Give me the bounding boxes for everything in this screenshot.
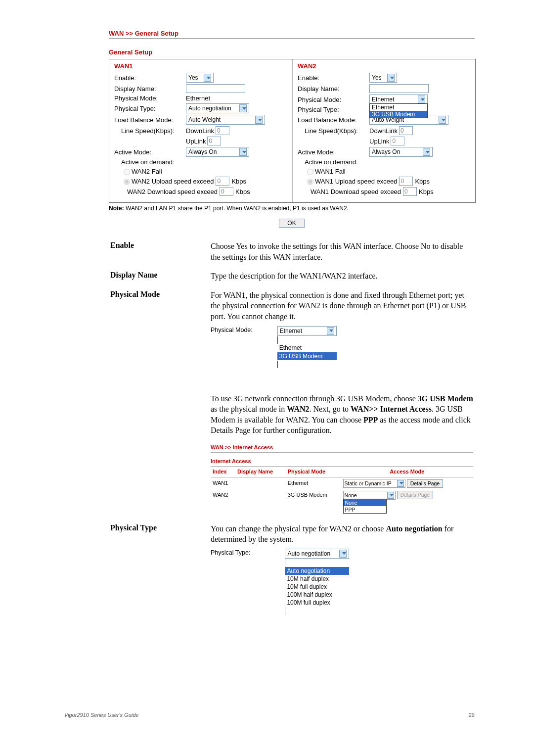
wan1-lbm-select[interactable]: Auto Weight: [186, 115, 265, 125]
wan2-wan1fail-radio[interactable]: [307, 169, 313, 175]
wan2-phys-mode-option-ethernet[interactable]: Ethernet: [370, 104, 427, 111]
wan1-phys-type-select[interactable]: Auto negotiation: [186, 103, 249, 113]
def-enable-term: Enable: [110, 240, 209, 269]
phys-type-shot-dropdown[interactable]: Auto negotiation Auto negotiation 10M ha…: [285, 549, 349, 615]
wan1-active-mode-select[interactable]: Always On: [186, 147, 249, 157]
ia-wan1-details-button[interactable]: Details Page: [407, 479, 444, 488]
chevron-down-icon: [242, 107, 246, 110]
ia-col-physical-mode: Physical Mode: [286, 466, 341, 477]
wan1-linespeed-label: Line Speed(Kbps):: [121, 127, 186, 135]
def-phys-type-term: Physical Type: [110, 523, 209, 667]
wan2-phys-mode-label: Physical Mode:: [298, 96, 369, 103]
breadcrumb: WAN >> General Setup: [109, 30, 475, 39]
wan1-display-name-label: Display Name:: [114, 85, 186, 93]
ia-col-access-mode: Access Mode: [341, 466, 473, 477]
wan1-upload-exceed-radio[interactable]: [124, 179, 130, 185]
ia-wan2-opt-ppp[interactable]: PPP: [344, 506, 386, 513]
wan1-display-name-input[interactable]: [186, 84, 245, 93]
wan2-downlink-input[interactable]: [399, 126, 413, 135]
wan1-aod-label: Active on demand:: [114, 158, 287, 166]
page-footer: Vigor2910 Series User's Guide 29: [0, 712, 534, 733]
chevron-down-icon: [426, 151, 430, 153]
note: Note: WAN2 and LAN P1 share the P1 port.…: [109, 205, 475, 212]
wan2-active-mode-select[interactable]: Always On: [369, 147, 433, 157]
chevron-down-icon: [390, 77, 394, 79]
wan2-upload-exceed-input[interactable]: [399, 177, 413, 186]
wan1-uplink-input[interactable]: [207, 137, 221, 145]
chevron-down-icon: [421, 98, 425, 101]
ia-row-wan2: WAN2 3G USB Modem None None PPP: [211, 489, 473, 501]
phys-mode-shot-dropdown[interactable]: Ethernet Ethernet 3G USB Modem: [277, 326, 337, 369]
internet-access-shot: WAN >> Internet Access Internet Access I…: [211, 444, 473, 515]
phys-type-opt-10full[interactable]: 10M full duplex: [285, 583, 349, 591]
wan1-active-mode-label: Active Mode:: [114, 148, 186, 156]
phys-type-shot-label: Physical Type:: [211, 549, 250, 557]
wan1-enable-select[interactable]: Yes: [186, 73, 214, 83]
def-phys-mode-desc: For WAN1, the physical connection is don…: [210, 289, 474, 522]
ia-wan2-opt-none[interactable]: None: [344, 499, 386, 506]
wan1-lbm-label: Load Balance Mode:: [114, 116, 186, 124]
wan2-column: WAN2 Enable: Yes Display Name: Physical …: [292, 59, 475, 202]
chevron-down-icon: [207, 77, 211, 79]
wan2-wan1fail-label: WAN1 Fail: [315, 168, 346, 175]
wan2-phys-type-label: Physical Type:: [298, 106, 369, 113]
phys-mode-shot-opt-3g[interactable]: 3G USB Modem: [277, 352, 337, 360]
wan2-linespeed-label: Line Speed(Kbps):: [305, 127, 369, 135]
wan2-uplink-label: UpLink: [369, 138, 389, 145]
wan2-uplink-input[interactable]: [391, 137, 404, 145]
ok-button[interactable]: OK: [279, 219, 304, 228]
wan2-downlink-label: DownLink: [369, 127, 398, 135]
wan2-head: WAN2: [298, 62, 470, 70]
wan2-enable-label: Enable:: [298, 74, 369, 82]
wan2-download-exceed-input[interactable]: [403, 187, 417, 196]
wan1-upload-exceed-input[interactable]: [216, 177, 229, 186]
wan2-display-name-input[interactable]: [369, 84, 429, 93]
section-title: General Setup: [109, 48, 475, 56]
wan1-downlink-label: DownLink: [186, 127, 214, 135]
footer-page-number: 29: [469, 712, 475, 718]
wan1-wan2fail-label: WAN2 Fail: [132, 168, 162, 175]
footer-left: Vigor2910 Series User's Guide: [64, 712, 138, 718]
phys-type-opt-auto[interactable]: Auto negotiation: [285, 567, 349, 575]
wan1-column: WAN1 Enable: Yes Display Name: Physical …: [109, 59, 292, 202]
ia-breadcrumb: WAN >> Internet Access: [211, 444, 473, 453]
wan2-enable-select[interactable]: Yes: [369, 73, 397, 83]
ia-wan1-access-mode-select[interactable]: Static or Dynamic IP: [343, 479, 405, 488]
phys-type-opt-10half[interactable]: 10M half duplex: [285, 575, 349, 583]
wan1-head: WAN1: [114, 62, 287, 70]
chevron-down-icon: [258, 119, 262, 121]
wan2-phys-mode-select[interactable]: Ethernet Ethernet 3G USB Modem: [369, 94, 428, 104]
wan1-upload-exceed-label: WAN2 Upload speed exceed: [132, 178, 214, 185]
chevron-down-icon: [442, 119, 445, 121]
wan1-uplink-label: UpLink: [186, 138, 206, 145]
wan2-upload-exceed-radio[interactable]: [307, 179, 313, 185]
ia-section-title: Internet Access: [211, 458, 473, 465]
phys-mode-shot-opt-ethernet[interactable]: Ethernet: [277, 344, 337, 352]
ia-row-wan1: WAN1 Ethernet Static or Dynamic IP Detai…: [211, 477, 473, 489]
wan1-phys-mode-value: Ethernet: [186, 94, 210, 102]
def-display-name-term: Display Name: [110, 270, 209, 288]
wan1-download-exceed-input[interactable]: [220, 187, 233, 196]
ia-col-index: Index: [211, 466, 235, 477]
wan2-lbm-label: Load Balance Mode:: [298, 116, 369, 124]
ia-wan2-details-button: Details Page: [397, 491, 434, 499]
general-setup-panel: WAN1 Enable: Yes Display Name: Physical …: [109, 59, 476, 203]
def-phys-mode-term: Physical Mode: [110, 289, 209, 522]
phys-type-opt-100half[interactable]: 100M half duplex: [285, 591, 349, 599]
wan1-phys-mode-label: Physical Mode:: [114, 94, 186, 102]
chevron-down-icon: [342, 552, 346, 555]
wan2-phys-mode-option-3g[interactable]: 3G USB Modem: [370, 111, 427, 118]
wan1-phys-type-label: Physical Type:: [114, 105, 186, 112]
def-phys-type-desc: You can change the physical type for WAN…: [210, 523, 474, 667]
def-display-name-desc: Type the description for the WAN1/WAN2 i…: [210, 270, 474, 288]
wan1-downlink-input[interactable]: [216, 126, 229, 135]
ia-col-display-name: Display Name: [235, 466, 286, 477]
chevron-down-icon: [390, 494, 394, 496]
chevron-down-icon: [400, 482, 403, 484]
wan2-upload-exceed-label: WAN1 Upload speed exceed: [315, 178, 397, 185]
definitions-table: Enable Choose Yes to invoke the settings…: [109, 239, 475, 667]
phys-type-opt-100full[interactable]: 100M full duplex: [285, 599, 349, 607]
chevron-down-icon: [242, 151, 246, 153]
def-enable-desc: Choose Yes to invoke the settings for th…: [210, 240, 474, 269]
wan1-wan2fail-radio[interactable]: [124, 169, 130, 175]
